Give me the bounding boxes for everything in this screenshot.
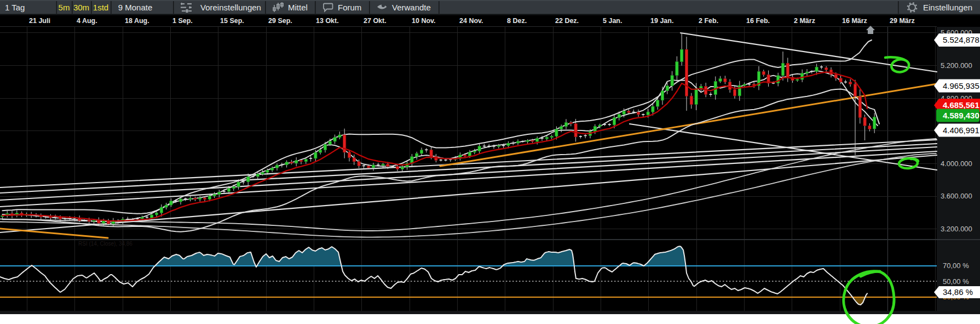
svg-text:13 Okt.: 13 Okt. — [316, 17, 339, 25]
svg-text:4.406,991: 4.406,991 — [943, 126, 979, 135]
svg-text:5.200.000: 5.200.000 — [941, 61, 972, 70]
svg-text:30m: 30m — [73, 3, 89, 12]
svg-text:16 Feb.: 16 Feb. — [746, 17, 770, 25]
svg-text:21 Juli: 21 Juli — [29, 17, 50, 25]
svg-text:4.685,561: 4.685,561 — [943, 100, 979, 110]
svg-text:2 März: 2 März — [794, 17, 815, 25]
svg-text:1 Tag: 1 Tag — [5, 3, 25, 12]
svg-text:Verwandte: Verwandte — [392, 3, 431, 12]
svg-text:Voreinstellungen: Voreinstellungen — [200, 3, 261, 12]
svg-text:2 Feb.: 2 Feb. — [699, 17, 718, 25]
svg-text:8 Dez.: 8 Dez. — [507, 17, 527, 25]
svg-text:3.600.000: 3.600.000 — [941, 192, 972, 200]
svg-text:15 Sep.: 15 Sep. — [220, 17, 244, 25]
svg-text:27 Okt.: 27 Okt. — [364, 17, 387, 25]
svg-text:70,00 %: 70,00 % — [943, 262, 969, 270]
svg-text:RSI (14, Close), 34,86: RSI (14, Close), 34,86 — [78, 241, 132, 247]
svg-text:5m: 5m — [59, 3, 70, 12]
svg-text:1 Sep.: 1 Sep. — [172, 17, 193, 25]
svg-text:16 März: 16 März — [842, 17, 867, 25]
svg-text:1std: 1std — [93, 3, 108, 12]
svg-text:9 Monate: 9 Monate — [118, 3, 153, 12]
svg-text:Einstellungen: Einstellungen — [923, 3, 972, 12]
svg-text:50,00 %: 50,00 % — [943, 277, 969, 286]
svg-text:19 Jan.: 19 Jan. — [650, 17, 673, 25]
svg-text:3.200.000: 3.200.000 — [941, 225, 972, 233]
svg-text:29 März: 29 März — [890, 17, 915, 25]
svg-text:4.589,430: 4.589,430 — [943, 111, 979, 120]
svg-text:29 Sep.: 29 Sep. — [268, 17, 292, 25]
svg-text:Mittel: Mittel — [288, 3, 308, 12]
svg-text:4.965,935: 4.965,935 — [943, 81, 979, 90]
svg-text:18 Aug.: 18 Aug. — [125, 17, 149, 25]
svg-text:Forum: Forum — [338, 3, 361, 12]
svg-text:4 Aug.: 4 Aug. — [77, 17, 97, 25]
svg-text:4.000.000: 4.000.000 — [941, 160, 972, 168]
svg-text:22 Dez.: 22 Dez. — [555, 17, 579, 25]
svg-text:34,86 %: 34,86 % — [943, 287, 973, 297]
svg-text:10 Nov.: 10 Nov. — [412, 17, 436, 25]
svg-text:24 Nov.: 24 Nov. — [459, 17, 483, 25]
svg-text:5.524,878: 5.524,878 — [943, 35, 979, 44]
svg-text:5 Jan.: 5 Jan. — [603, 17, 622, 25]
